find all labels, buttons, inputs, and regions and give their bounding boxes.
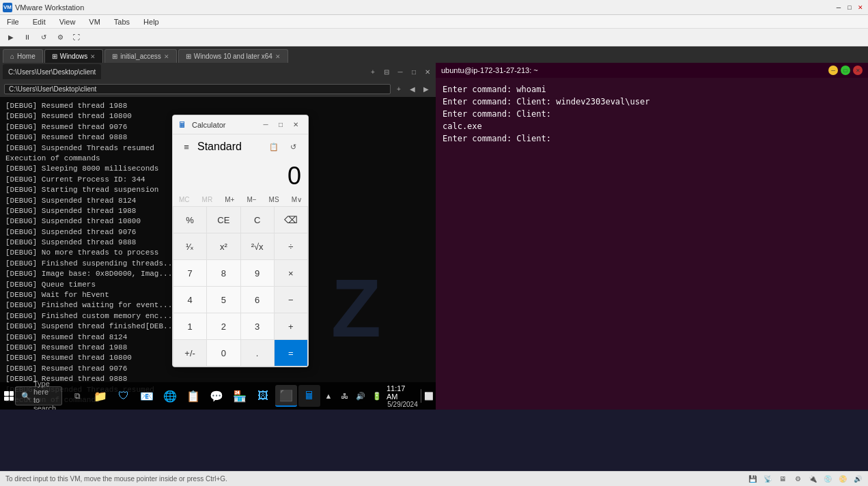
terminal-add-button[interactable]: + (367, 66, 378, 77)
tab-windows10[interactable]: ⊞ Windows 10 and later x64 ✕ (178, 49, 288, 63)
calc-button-6[interactable]: 6 (241, 287, 274, 313)
vmware-maximize-button[interactable]: □ (845, 3, 854, 12)
calc-menu-button[interactable]: ≡ (180, 140, 193, 154)
calc-mlist-button[interactable]: M∨ (290, 195, 304, 205)
calc-button-1[interactable]: 1 (173, 313, 206, 339)
taskbar-icon-store[interactable]: 🏪 (229, 385, 251, 407)
tray-show-desktop[interactable]: ⬜ (421, 389, 434, 403)
tab-initial-access[interactable]: ⊞ initial_access ✕ (104, 49, 176, 63)
calc-button-[interactable]: + (275, 313, 307, 339)
calc-mr-button[interactable]: MR (200, 195, 215, 205)
taskbar-icon-photos[interactable]: 🖼 (252, 385, 274, 407)
vmware-close-button[interactable]: ✕ (856, 3, 865, 12)
calc-button-x[interactable]: ²√x (241, 233, 274, 259)
terminal-split-button[interactable]: ⊟ (381, 66, 392, 77)
taskbar-search[interactable]: 🔍 Type here to search (15, 386, 62, 405)
calc-button-7[interactable]: 7 (173, 260, 206, 286)
calc-button-[interactable]: ¹⁄ₓ (173, 233, 206, 259)
calc-mminus-button[interactable]: M− (244, 195, 258, 205)
tab-windows10-close[interactable]: ✕ (275, 53, 281, 60)
calc-button-[interactable]: +/- (173, 340, 206, 366)
toolbar-fullscreen-button[interactable]: ⛶ (70, 31, 83, 44)
calc-button-[interactable]: ÷ (275, 233, 307, 259)
calculator-header: ≡ Standard 📋 ↺ (173, 134, 308, 159)
ubuntu-close-button[interactable]: ✕ (853, 66, 863, 75)
taskbar-icon-teams[interactable]: 💬 (206, 385, 227, 407)
calc-button-0[interactable]: 0 (207, 340, 240, 366)
calc-button-[interactable]: % (173, 207, 206, 233)
toolbar-power-button[interactable]: ▶ (4, 31, 18, 44)
calc-button-[interactable]: . (241, 340, 274, 366)
calc-minimize-button[interactable]: ─ (259, 119, 272, 131)
toolbar-reset-button[interactable]: ↺ (37, 31, 51, 44)
menu-file[interactable]: File (3, 18, 23, 26)
tray-battery-icon[interactable]: 🔋 (370, 389, 384, 403)
calc-button-5[interactable]: 5 (207, 287, 240, 313)
tab-initial-access-close[interactable]: ✕ (164, 53, 169, 60)
vm-status-hdd-icon[interactable]: 💾 (748, 474, 757, 484)
calc-mplus-button[interactable]: M+ (223, 195, 236, 205)
tab-windows[interactable]: ⊞ Windows ✕ (44, 49, 104, 63)
toolbar-pause-button[interactable]: ⏸ (20, 31, 34, 44)
calc-button-[interactable]: ⌫ (275, 207, 307, 233)
taskbar-icon-calc[interactable]: 🖩 (298, 385, 320, 407)
tray-volume-icon[interactable]: 🔊 (354, 389, 367, 403)
tray-network-icon[interactable]: 🖧 (338, 389, 352, 403)
calc-button-CE[interactable]: CE (207, 207, 240, 233)
terminal-maximize-button[interactable]: □ (408, 66, 419, 77)
menu-vm[interactable]: VM (85, 18, 104, 26)
calc-button-x[interactable]: x² (207, 233, 240, 259)
calc-button-8[interactable]: 8 (207, 260, 240, 286)
vm-status-settings-icon[interactable]: ⚙ (793, 474, 802, 484)
menu-edit[interactable]: Edit (29, 18, 50, 26)
taskbar-icon-email[interactable]: 📧 (136, 385, 158, 407)
calc-button-C[interactable]: C (241, 207, 274, 233)
calc-close-button[interactable]: ✕ (289, 119, 303, 131)
path-text[interactable]: C:\Users\User\Desktop\client (4, 84, 391, 94)
toolbar-settings-button[interactable]: ⚙ (53, 31, 67, 44)
path-add-button[interactable]: + (393, 83, 404, 94)
calc-ms-button[interactable]: MS (267, 195, 281, 205)
vm-status-display-icon[interactable]: 🖥 (778, 474, 787, 484)
vm-status-dvd-icon[interactable]: 📀 (838, 474, 848, 484)
calc-button-[interactable]: × (275, 260, 307, 286)
taskbar-icon-edge[interactable]: 🌐 (159, 385, 181, 407)
calc-mc-button[interactable]: MC (177, 195, 192, 205)
calc-button-[interactable]: − (275, 287, 307, 313)
menu-tabs[interactable]: Tabs (110, 18, 134, 26)
menu-help[interactable]: Help (139, 18, 163, 26)
calc-button-4[interactable]: 4 (173, 287, 206, 313)
vm-status-network-icon[interactable]: 📡 (763, 474, 772, 484)
vm-status-audio-icon[interactable]: 🔊 (853, 474, 863, 484)
taskbar-icon-task-view[interactable]: ⧉ (66, 385, 88, 407)
calc-button-3[interactable]: 3 (241, 313, 274, 339)
tray-expand-icon[interactable]: ▲ (322, 389, 335, 403)
vm-status-usb-icon[interactable]: 🔌 (808, 474, 817, 484)
taskbar-icon-file-explorer[interactable]: 📁 (89, 385, 111, 407)
tray-clock[interactable]: 11:17 AM 5/29/2024 (387, 384, 418, 408)
path-nav-forward[interactable]: ▶ (421, 83, 432, 94)
tab-home[interactable]: ⌂ Home (3, 49, 43, 63)
calc-button-9[interactable]: 9 (241, 260, 274, 286)
terminal-line: [DEBUG] Resumed thread 1988 (5, 101, 430, 111)
terminal-minimize-button[interactable]: ─ (395, 66, 406, 77)
windows-inner-tab[interactable]: C:\Users\User\Desktop\client (3, 64, 101, 79)
path-nav-back[interactable]: ◀ (407, 83, 418, 94)
calc-button-2[interactable]: 2 (207, 313, 240, 339)
tab-windows-close[interactable]: ✕ (90, 53, 96, 60)
taskbar-icon-defender[interactable]: 🛡 (113, 385, 135, 407)
vm-status-cd-icon[interactable]: 💿 (823, 474, 832, 484)
ubuntu-minimize-button[interactable]: ─ (828, 66, 838, 75)
vmware-minimize-button[interactable]: ─ (834, 3, 843, 12)
taskbar-icon-terminal[interactable]: ⬛ (275, 385, 297, 407)
ubuntu-titlebar: ubuntu@ip-172-31-27-213: ~ ─ □ ✕ (436, 63, 868, 78)
taskbar-icon-notes[interactable]: 📋 (182, 385, 204, 407)
calc-maximize-button[interactable]: □ (274, 119, 288, 131)
calc-history-button[interactable]: 📋 (266, 139, 282, 155)
start-button[interactable] (4, 385, 14, 407)
menu-view[interactable]: View (55, 18, 80, 26)
calc-button-[interactable]: = (275, 340, 307, 366)
calc-refresh-button[interactable]: ↺ (285, 139, 301, 155)
ubuntu-maximize-button[interactable]: □ (841, 66, 850, 75)
terminal-close-button[interactable]: ✕ (422, 66, 433, 77)
